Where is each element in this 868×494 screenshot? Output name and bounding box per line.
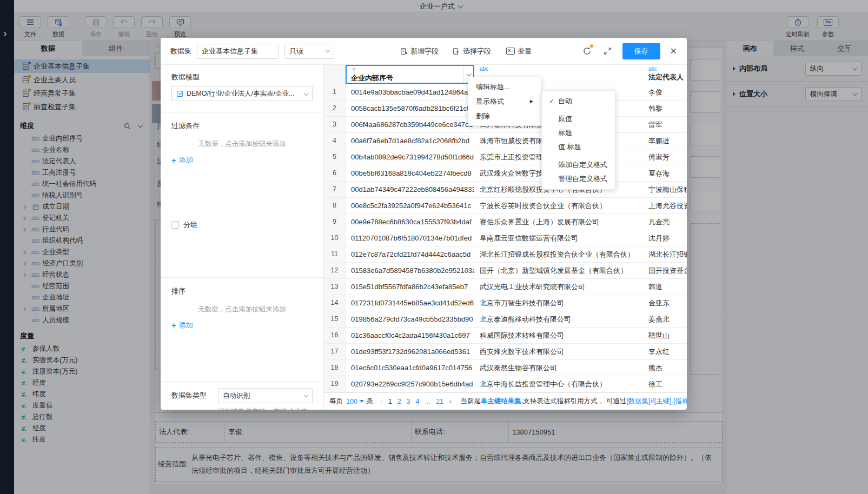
table-row[interactable]: 16 01c36aaccf0c4c2ada4156f430a1c697 科威国际… — [324, 328, 687, 344]
add-field-icon — [400, 48, 408, 55]
page-number[interactable]: 21 — [436, 398, 443, 405]
internal-id-cell: 01de93ff53f1732d962081a066ed5361 — [346, 344, 474, 359]
refresh-button[interactable] — [582, 46, 592, 56]
row-number-cell: 1 — [324, 84, 346, 100]
page-number[interactable]: 4 — [416, 398, 420, 405]
chevron-down-icon — [326, 48, 330, 52]
page-number[interactable]: ... — [425, 398, 430, 405]
dataset-type-hint: 识别结果:单主键； 主键:企业内部序号 — [218, 406, 313, 410]
table-row[interactable]: 17 01de93ff53f1732d962081a066ed5361 西安烽火… — [324, 344, 687, 360]
column-header-legal-rep[interactable]: abc 法定代表人 — [643, 65, 687, 84]
group-checkbox[interactable] — [171, 221, 179, 229]
legal-rep-cell: 徐工 — [643, 376, 687, 392]
plus-icon: + — [171, 321, 176, 329]
add-sort-button[interactable]: +添加 — [171, 321, 193, 330]
table-row[interactable]: 6 00be5bf63168a819c404eb2274fbecd8 武汉烽火众… — [324, 165, 687, 182]
company-name-cell: 北京中海长益投资管理中心（有限合伙） — [474, 376, 643, 392]
table-row[interactable]: 10 01120701087b6f518070134e7b01dfed 阜南鹿云… — [324, 230, 687, 246]
company-name-cell: 北京泰迪熊移动科技有限公司 — [474, 311, 643, 327]
divider — [161, 112, 323, 112]
table-row[interactable]: 12 01583e6a7d5894587b6380b2e952103a 国开（北… — [324, 263, 687, 279]
legal-rep-cell: 李永红 — [643, 344, 687, 359]
legal-rep-cell: 凡金亮 — [643, 214, 687, 230]
chevron-down-icon — [466, 71, 471, 76]
filter-empty-text: 无数据，点击添加按钮来添加 — [171, 139, 313, 149]
legal-rep-cell: 嵇世山 — [643, 328, 687, 343]
context-menu-item[interactable]: 显示格式 ▶ — [468, 94, 541, 109]
legal-rep-cell: 沈丹婷 — [643, 230, 687, 246]
context-menu-item[interactable]: 编辑标题... ▶ — [468, 79, 541, 94]
table-row[interactable]: 11 012e7c87a72cfd21fd74d4442c6aac5d 湖北长江… — [324, 246, 687, 263]
table-row[interactable]: 15 019856a279cfd73ca49cb55d2335bd90 北京泰迪… — [324, 311, 687, 328]
table-row[interactable]: 4 00a6f7a6eb7d1ae8cf82a1c2068fb2bd 珠海市恒威… — [324, 133, 687, 149]
row-number-cell: 12 — [324, 263, 346, 278]
submenu-item[interactable]: 添加自定义格式 — [542, 158, 615, 172]
reference-syntax-link[interactable]: [数据集]#[主键].[指标] — [626, 397, 687, 405]
pagination: ‹ 1234...21 › — [379, 397, 455, 405]
table-footer: 每页 100 条 ‹ 1234...21 › 当前是单主键结果集,支持表达式指标… — [324, 392, 687, 410]
legal-rep-cell: 雷军 — [643, 117, 687, 132]
column-header-key[interactable]: 企业内部序号 — [346, 65, 474, 84]
table-row[interactable]: 8 00e8c5c2fa39252a0f947e624b53641c 宁波长谷英… — [324, 198, 687, 214]
page-size-select[interactable]: 100 — [346, 398, 357, 405]
row-number-cell: 13 — [324, 279, 346, 295]
next-page-button[interactable]: › — [449, 397, 452, 405]
row-number-cell: 4 — [324, 133, 346, 149]
table-row[interactable]: 13 015e51dbf5567fdfa86b2c43efa85eb7 武汉光电… — [324, 279, 687, 295]
legal-rep-cell: 夏存海 — [643, 165, 687, 181]
modal-header: 数据集 只读 新增字段 选择字段 X= 变量 保存 ✕ — [161, 38, 687, 65]
company-name-cell: 武汉泰然生物谷有限公司 — [474, 360, 643, 376]
internal-id-cell: 015e51dbf5567fdfa86b2c43efa85eb7 — [346, 279, 474, 295]
save-button[interactable]: 保存 — [622, 43, 660, 59]
internal-id-cell: 01ec6c01c530eaa1cfd0a9617c014756 — [346, 360, 474, 376]
primary-key-result-link[interactable]: 单主键结果集 — [481, 397, 521, 405]
row-number-cell: 10 — [324, 230, 346, 246]
internal-id-cell: 00b4ab0892de9c731994278d50f1d66d — [346, 149, 474, 165]
table-row[interactable]: 9 00e9e788ec6b8630ca155537f93b4daf 赛伯乐众界… — [324, 214, 687, 230]
internal-id-cell: 00be5bf63168a819c404eb2274fbecd8 — [346, 165, 474, 181]
select-field-button[interactable]: 选择字段 — [453, 46, 491, 56]
page-number[interactable]: 1 — [388, 398, 392, 405]
notification-badge — [589, 44, 594, 48]
submenu-item[interactable]: 标题 — [542, 126, 615, 140]
legal-rep-cell: 李俊 — [643, 84, 687, 100]
row-number-cell: 17 — [324, 344, 346, 359]
variables-button[interactable]: X= 变量 — [506, 46, 532, 56]
row-number-cell: 18 — [324, 360, 346, 376]
submenu-item[interactable]: 原值 — [542, 112, 615, 126]
context-menu-item[interactable]: 删除 ▶ — [468, 109, 541, 123]
dataset-type-row: 数据集类型 自动识别 — [171, 388, 313, 403]
close-icon[interactable]: ✕ — [670, 47, 677, 56]
abc-type-icon: abc — [648, 66, 687, 72]
table-row[interactable]: 7 00d1ab74349c47222eb808456a494833 北京红杉顺… — [324, 182, 687, 198]
row-number-cell: 5 — [324, 149, 346, 165]
dataset-name-input[interactable] — [197, 44, 279, 59]
dataset-type-select[interactable]: 自动识别 — [218, 388, 313, 403]
divider — [161, 211, 323, 211]
internal-id-cell: 01583e6a7d5894587b6380b2e952103a — [346, 263, 474, 278]
internal-id-cell: 01c36aaccf0c4c2ada4156f430a1c697 — [346, 328, 474, 343]
refresh-icon — [582, 46, 592, 56]
submenu-item[interactable]: 值 标题 — [542, 140, 615, 154]
table-row[interactable]: 18 01ec6c01c530eaa1cfd0a9617c014756 武汉泰然… — [324, 360, 687, 376]
divider — [161, 277, 323, 278]
group-label: 分组 — [183, 220, 197, 230]
add-field-button[interactable]: 新增字段 — [400, 46, 439, 56]
page-number[interactable]: 3 — [407, 398, 410, 405]
page-number[interactable]: 2 — [397, 398, 401, 405]
table-row[interactable]: 14 017231fd0731445eb85ae3cd41d52ed6 北京市万… — [324, 295, 687, 311]
internal-id-cell: 019856a279cfd73ca49cb55d2335bd90 — [346, 311, 474, 327]
table-row[interactable]: 19 020793e2269cc9f257c908b15e6db4ad 北京中海… — [324, 376, 687, 392]
data-model-select[interactable]: DEMO/行业/企业法人/事实表/企业... — [171, 86, 313, 101]
submenu-item[interactable]: 管理自定义格式 — [542, 172, 615, 186]
submenu-item-auto[interactable]: ✓ 自动 — [542, 94, 615, 108]
expand-button[interactable] — [604, 47, 612, 55]
prev-page-button[interactable]: ‹ — [381, 397, 383, 405]
dataset-settings-panel: 数据模型 DEMO/行业/企业法人/事实表/企业... 过滤条件 无数据，点击添… — [161, 65, 324, 410]
menu-divider — [542, 156, 615, 156]
legal-rep-cell: 姜燕北 — [643, 311, 687, 327]
add-filter-button[interactable]: +添加 — [171, 155, 193, 165]
readonly-mode-select[interactable]: 只读 — [284, 44, 334, 59]
plus-icon: + — [171, 156, 176, 164]
table-row[interactable]: 5 00b4ab0892de9c731994278d50f1d66d 东莞市上正… — [324, 149, 687, 165]
